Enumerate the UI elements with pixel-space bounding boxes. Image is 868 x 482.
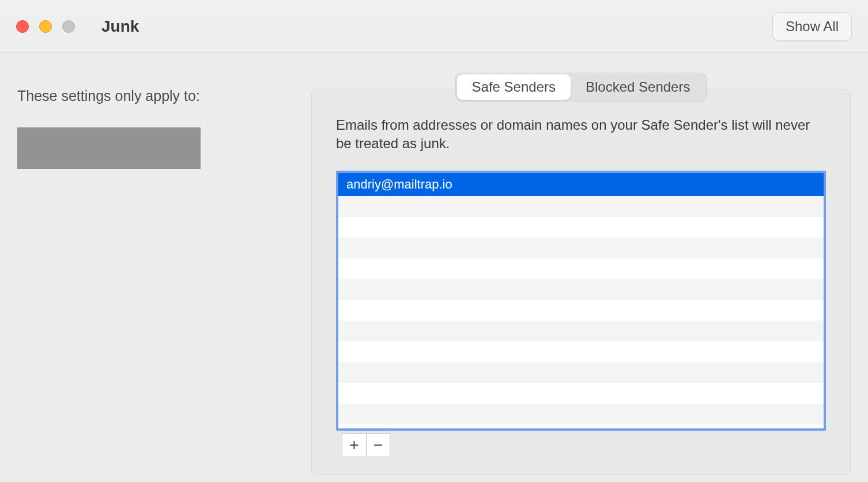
tabs-container: Safe Senders Blocked Senders [311,73,851,101]
list-item-empty[interactable] [338,404,824,424]
add-sender-button[interactable]: + [342,433,366,457]
tab-safe-senders[interactable]: Safe Senders [457,74,571,100]
tab-blocked-senders[interactable]: Blocked Senders [571,74,705,100]
remove-sender-button[interactable]: − [366,433,390,457]
content-area: These settings only apply to: Safe Sende… [0,53,868,482]
panel-description: Emails from addresses or domain names on… [336,116,826,153]
window-title: Junk [101,17,139,36]
left-panel: These settings only apply to: [17,76,305,475]
titlebar: Junk Show All [0,0,868,53]
apply-to-label: These settings only apply to: [17,88,305,104]
list-item-empty[interactable] [338,383,824,404]
sender-list[interactable]: andriy@mailtrap.io [336,171,826,431]
tabs: Safe Senders Blocked Senders [455,73,707,101]
list-item-empty[interactable] [338,196,824,217]
traffic-lights [16,20,75,33]
minus-icon: − [373,436,383,454]
close-window-icon[interactable] [16,20,29,33]
list-item-empty[interactable] [338,279,824,300]
list-item-empty[interactable] [338,238,824,258]
account-selector[interactable] [17,127,201,169]
list-item-empty[interactable] [338,321,824,341]
list-item[interactable]: andriy@mailtrap.io [338,173,824,196]
minimize-window-icon[interactable] [39,20,52,33]
panel-body: Emails from addresses or domain names on… [311,89,851,475]
list-item-email: andriy@mailtrap.io [346,177,452,192]
list-item-empty[interactable] [338,217,824,238]
list-item-empty[interactable] [338,300,824,321]
list-item-empty[interactable] [338,258,824,279]
plus-icon: + [349,436,358,454]
right-panel: Safe Senders Blocked Senders Emails from… [311,76,851,475]
show-all-button[interactable]: Show All [772,12,852,41]
list-item-empty[interactable] [338,341,824,362]
list-item-empty[interactable] [338,362,824,383]
list-buttons: + − [342,433,826,457]
maximize-window-icon[interactable] [62,20,75,33]
